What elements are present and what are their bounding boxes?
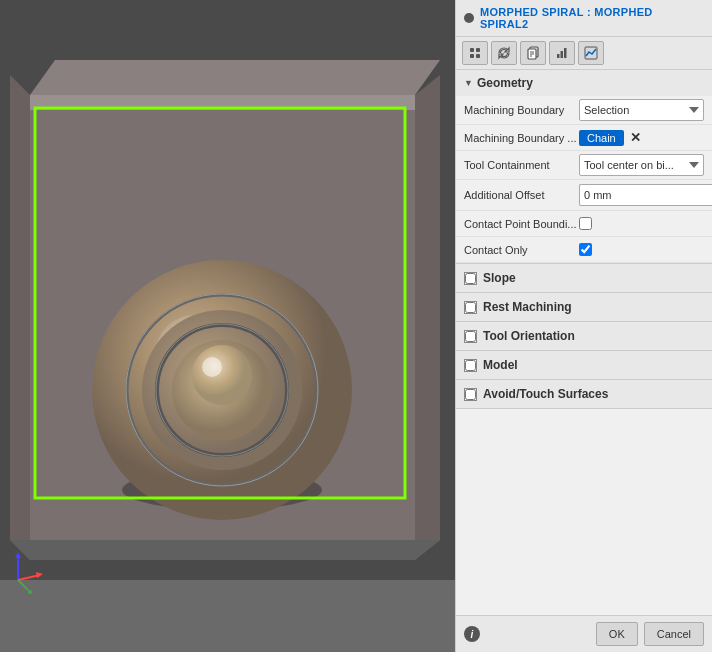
- panel-body: ▼ Geometry Machining Boundary Selection …: [456, 70, 712, 615]
- contact-point-boundary-row: Contact Point Boundi...: [456, 211, 712, 237]
- avoid-touch-surfaces-section[interactable]: Avoid/Touch Surfaces: [456, 380, 712, 409]
- svg-rect-28: [476, 48, 480, 52]
- geometry-section-title: Geometry: [477, 76, 533, 90]
- 3d-viewport[interactable]: [0, 0, 455, 652]
- svg-marker-3: [30, 60, 440, 95]
- contact-only-control: [579, 243, 704, 256]
- toolbar-btn-1[interactable]: [462, 41, 488, 65]
- svg-rect-27: [470, 48, 474, 52]
- model-section[interactable]: Model: [456, 351, 712, 380]
- machining-boundary-chain-label: Machining Boundary ...: [464, 132, 579, 144]
- contact-only-label: Contact Only: [464, 244, 579, 256]
- toolbar-btn-2[interactable]: [491, 41, 517, 65]
- tool-containment-row: Tool Containment Tool center on bi... To…: [456, 151, 712, 180]
- additional-offset-control: ▲ ▼: [579, 183, 712, 207]
- svg-point-14: [192, 345, 252, 405]
- panel-title: MORPHED SPIRAL : MORPHED SPIRAL2: [480, 6, 704, 30]
- svg-marker-1: [0, 580, 455, 652]
- panel-header: MORPHED SPIRAL : MORPHED SPIRAL2: [456, 0, 712, 37]
- tool-orientation-section[interactable]: Tool Orientation: [456, 322, 712, 351]
- contact-only-row: Contact Only: [456, 237, 712, 263]
- geometry-section: ▼ Geometry Machining Boundary Selection …: [456, 70, 712, 264]
- contact-point-boundary-checkbox[interactable]: [579, 217, 592, 230]
- toolbar-btn-3[interactable]: [520, 41, 546, 65]
- chain-badge[interactable]: Chain: [579, 130, 624, 146]
- slope-section[interactable]: Slope: [456, 264, 712, 293]
- svg-marker-5: [415, 75, 440, 560]
- rest-machining-checkbox[interactable]: [465, 302, 476, 313]
- tool-orientation-title: Tool Orientation: [483, 329, 575, 343]
- geometry-section-header[interactable]: ▼ Geometry: [456, 70, 712, 96]
- info-icon[interactable]: i: [464, 626, 480, 642]
- tool-orientation-checkbox-wrap: [464, 330, 477, 343]
- additional-offset-row: Additional Offset ▲ ▼: [456, 180, 712, 211]
- model-title: Model: [483, 358, 518, 372]
- svg-rect-36: [557, 54, 560, 58]
- rest-machining-section[interactable]: Rest Machining: [456, 293, 712, 322]
- rest-machining-title: Rest Machining: [483, 300, 572, 314]
- svg-rect-30: [476, 54, 480, 58]
- machining-boundary-control: Selection None Silhouette: [579, 99, 704, 121]
- machining-boundary-label: Machining Boundary: [464, 104, 579, 116]
- machining-boundary-dropdown[interactable]: Selection None Silhouette: [579, 99, 704, 121]
- toolbar-btn-4[interactable]: [549, 41, 575, 65]
- machining-boundary-chain-row: Machining Boundary ... Chain ✕: [456, 125, 712, 151]
- svg-marker-4: [10, 75, 30, 560]
- chain-container: Chain ✕: [579, 130, 643, 146]
- chain-control: Chain ✕: [579, 130, 704, 146]
- machining-boundary-row: Machining Boundary Selection None Silhou…: [456, 96, 712, 125]
- svg-point-15: [202, 357, 222, 377]
- svg-rect-38: [564, 48, 567, 58]
- tool-orientation-checkbox[interactable]: [465, 331, 476, 342]
- chain-close-btn[interactable]: ✕: [628, 130, 643, 145]
- additional-offset-input[interactable]: [579, 184, 712, 206]
- svg-rect-37: [561, 51, 564, 58]
- avoid-touch-surfaces-checkbox-wrap: [464, 388, 477, 401]
- panel-toolbar: [456, 37, 712, 70]
- properties-panel: MORPHED SPIRAL : MORPHED SPIRAL2: [455, 0, 712, 652]
- contact-only-checkbox[interactable]: [579, 243, 592, 256]
- ok-button[interactable]: OK: [596, 622, 638, 646]
- additional-offset-label: Additional Offset: [464, 189, 579, 201]
- model-checkbox-wrap: [464, 359, 477, 372]
- slope-checkbox[interactable]: [465, 273, 476, 284]
- tool-containment-dropdown[interactable]: Tool center on bi... Tool inside boundar…: [579, 154, 704, 176]
- rest-machining-checkbox-wrap: [464, 301, 477, 314]
- geometry-triangle: ▼: [464, 78, 473, 88]
- model-checkbox[interactable]: [465, 360, 476, 371]
- svg-point-26: [28, 590, 32, 594]
- number-input-wrap: ▲ ▼: [579, 183, 712, 207]
- contact-point-boundary-label: Contact Point Boundi...: [464, 218, 579, 230]
- svg-marker-7: [10, 540, 440, 560]
- slope-checkbox-wrap: [464, 272, 477, 285]
- contact-point-boundary-control: [579, 217, 704, 230]
- tool-containment-control: Tool center on bi... Tool inside boundar…: [579, 154, 704, 176]
- slope-title: Slope: [483, 271, 516, 285]
- svg-rect-29: [470, 54, 474, 58]
- cancel-button[interactable]: Cancel: [644, 622, 704, 646]
- panel-footer: i OK Cancel: [456, 615, 712, 652]
- avoid-touch-surfaces-checkbox[interactable]: [465, 389, 476, 400]
- tool-containment-label: Tool Containment: [464, 159, 579, 171]
- toolbar-btn-5[interactable]: [578, 41, 604, 65]
- header-icon: [464, 13, 474, 23]
- avoid-touch-surfaces-title: Avoid/Touch Surfaces: [483, 387, 608, 401]
